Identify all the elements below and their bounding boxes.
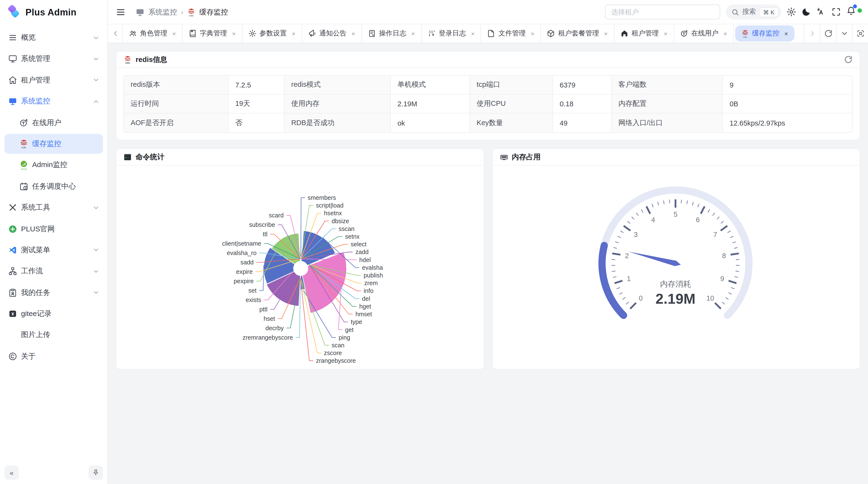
tab-online-users[interactable]: 在线用户× (674, 24, 734, 43)
sidebar-collapse-button[interactable]: « (4, 465, 19, 480)
sidebar-item-system-monitor[interactable]: 系统监控 (4, 91, 103, 111)
tab-file-management[interactable]: 文件管理× (481, 24, 541, 43)
tenant-select-input[interactable] (605, 4, 720, 19)
monitor-icon (8, 54, 17, 64)
svg-text:hget: hget (359, 303, 371, 310)
page-content: redis信息 redis版本 7.2.5 redis模式 单机模式 tcp端口… (108, 43, 868, 484)
svg-text:select: select (351, 241, 367, 248)
table-label: 运行时间 (124, 95, 228, 114)
memory-usage-header: 内存占用 (492, 149, 860, 166)
breadcrumb-parent[interactable]: 系统监控 (148, 7, 177, 17)
sidebar-item-tenant-management[interactable]: 租户管理 (4, 70, 103, 90)
tab-cache-monitor[interactable]: 缓存监控× (735, 26, 794, 42)
svg-text:sscan: sscan (339, 225, 355, 232)
close-icon[interactable]: × (411, 30, 415, 37)
tab-tenant-package[interactable]: 租户套餐管理× (541, 24, 614, 43)
sidebar-item-about[interactable]: 关于 (4, 346, 103, 366)
close-icon[interactable]: × (471, 30, 474, 37)
list-icon (8, 32, 17, 43)
notification-badge (853, 4, 857, 8)
sidebar-item-test-menu[interactable]: 测试菜单 (4, 240, 103, 260)
refresh-tab-button[interactable] (820, 24, 836, 43)
table-value: 9 (723, 76, 852, 95)
tab-notice[interactable]: 通知公告× (302, 24, 362, 43)
tab-operation-log[interactable]: 操作日志× (362, 24, 422, 43)
tab-menu-button[interactable] (836, 24, 852, 43)
sidebar-item-overview[interactable]: 概览 (4, 28, 103, 48)
table-value: 0.18 (553, 95, 612, 114)
terminal-icon (123, 153, 132, 161)
svg-text:script|load: script|load (316, 202, 343, 209)
hamburger-menu-icon[interactable] (116, 7, 126, 17)
tab-role-management[interactable]: 角色管理× (123, 24, 183, 43)
svg-text:zadd: zadd (355, 249, 369, 255)
sidebar-item-cache-monitor[interactable]: 缓存监控 (4, 134, 103, 154)
table-value: 2.19M (391, 95, 470, 114)
redis-icon (19, 138, 28, 149)
commands-rose-chart: smembersscript|loadhsetnxdbsizesscansetn… (116, 165, 484, 369)
close-icon[interactable]: × (723, 30, 727, 37)
table-label: 网络入口/出口 (612, 114, 723, 132)
close-icon[interactable]: × (292, 30, 296, 37)
sidebar-item-system-management[interactable]: 系统管理 (4, 49, 103, 69)
close-icon[interactable]: × (784, 30, 788, 37)
svg-text:5: 5 (673, 211, 677, 218)
close-icon[interactable]: × (232, 30, 236, 37)
svg-text:hmset: hmset (355, 311, 372, 317)
sidebar-item-online-users[interactable]: 在线用户 (4, 112, 103, 133)
app-logo[interactable]: Plus Admin (0, 0, 107, 24)
sidebar-item-image-upload[interactable]: 图片上传 (4, 325, 103, 345)
svg-text:zrem: zrem (364, 280, 378, 286)
tabs-scroll-left-button[interactable] (108, 24, 123, 43)
app-title: Plus Admin (26, 7, 77, 18)
command-stats-header: 命令统计 (116, 149, 484, 166)
sidebar-item-plus-website[interactable]: PLUS官网 (4, 219, 103, 239)
sidebar-pin-button[interactable] (89, 465, 103, 480)
svg-text:pttl: pttl (259, 306, 268, 313)
monitor-icon (136, 7, 145, 17)
fullscreen-icon[interactable] (831, 7, 841, 17)
svg-text:ttl: ttl (263, 231, 268, 237)
table-value: 6379 (553, 76, 612, 95)
close-icon[interactable]: × (351, 30, 355, 37)
people-icon (129, 29, 137, 38)
pin-icon (92, 469, 100, 477)
notifications-button[interactable] (846, 6, 856, 18)
content-fullscreen-button[interactable] (852, 24, 868, 43)
moon-icon[interactable] (802, 7, 811, 17)
table-value: 单机模式 (391, 76, 470, 95)
svg-text:evalsha: evalsha (362, 264, 383, 271)
tab-login-log[interactable]: 登录日志× (422, 24, 481, 43)
global-search-button[interactable]: 搜索 ⌘ K (726, 4, 781, 19)
tab-controls (804, 24, 868, 43)
sidebar-item-task-scheduler[interactable]: 任务调度中心 (4, 176, 103, 196)
sidebar-item-my-tasks[interactable]: 我的任务 (4, 283, 103, 302)
sidebar-item-system-tools[interactable]: 系统工具 (4, 198, 103, 218)
sidebar-item-gitee-log[interactable]: gitee记录 (4, 304, 103, 324)
refresh-icon[interactable] (844, 56, 852, 64)
close-icon[interactable]: × (531, 30, 534, 37)
sidebar-item-workflow[interactable]: 工作流 (4, 261, 103, 281)
tab-dict-management[interactable]: 字典管理× (183, 24, 242, 43)
close-icon[interactable]: × (172, 30, 176, 37)
book-icon (189, 29, 196, 38)
tab-param-settings[interactable]: 参数设置× (242, 24, 302, 43)
gear-icon[interactable] (787, 7, 796, 17)
sidebar-item-admin-monitor[interactable]: Admin监控 (4, 155, 103, 175)
sidebar: Plus Admin 概览 系统管理 租户管理 系统监控 (0, 0, 108, 484)
tools-icon (8, 202, 17, 213)
workflow-icon (8, 266, 17, 277)
table-label: 使用内存 (284, 95, 391, 114)
translate-icon[interactable] (816, 7, 826, 17)
table-label: 使用CPU (470, 95, 553, 114)
chevron-down-icon (92, 76, 100, 84)
close-icon[interactable]: × (604, 30, 608, 37)
table-label: 内存配置 (612, 95, 723, 114)
tabs-scroll-right-button[interactable] (804, 24, 820, 43)
svg-text:get: get (345, 326, 353, 333)
tab-tenant-management[interactable]: 租户管理× (614, 24, 674, 43)
breadcrumb-current: 缓存监控 (199, 7, 228, 17)
memory-usage-card: 内存占用 012345678910内存消耗2.19M (492, 148, 860, 369)
close-icon[interactable]: × (664, 30, 668, 37)
megaphone-icon (308, 29, 316, 38)
